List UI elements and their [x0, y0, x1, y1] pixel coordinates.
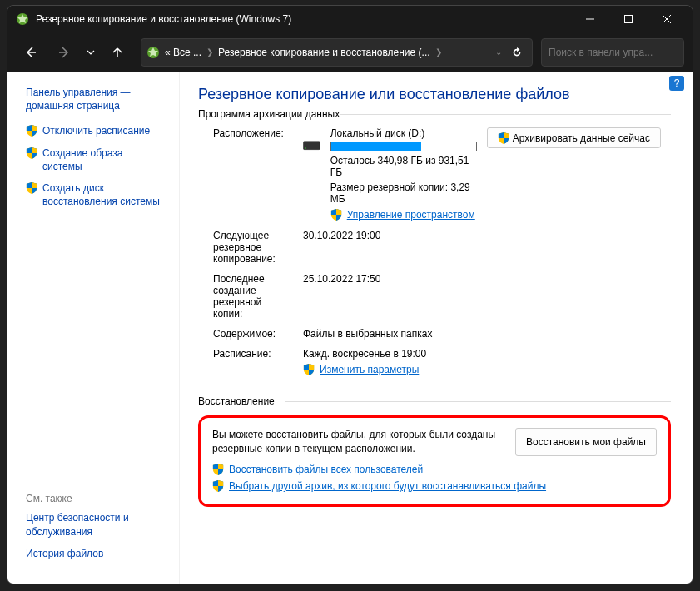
last-backup-label: Последнее создание резервной копии: [213, 273, 293, 320]
shield-icon [498, 132, 509, 144]
chevron-right-icon: ❯ [435, 47, 442, 57]
nav-forward-button[interactable] [49, 37, 79, 67]
security-center-link[interactable]: Центр безопасности и обслуживания [26, 511, 164, 538]
app-icon [16, 12, 29, 26]
help-button[interactable]: ? [669, 76, 684, 91]
restore-highlight-box: Вы можете восстановить файлы, для которы… [198, 415, 671, 507]
restore-my-files-button[interactable]: Восстановить мои файлы [515, 428, 657, 456]
address-bar[interactable]: « Все ... ❯ Резервное копирование и восс… [141, 38, 533, 67]
search-bar[interactable] [541, 38, 684, 67]
schedule-label: Расписание: [213, 348, 293, 360]
backup-size-text: Размер резервной копии: 3,29 МБ [330, 181, 477, 205]
backup-now-button[interactable]: Архивировать данные сейчас [487, 127, 661, 148]
path-segment[interactable]: Резервное копирование и восстановление (… [218, 47, 430, 58]
next-backup-value: 30.10.2022 19:00 [303, 230, 661, 241]
shield-icon [330, 209, 342, 221]
nav-back-button[interactable] [16, 37, 46, 67]
contents-value: Файлы в выбранных папках [303, 328, 661, 340]
disable-schedule-link[interactable]: Отключить расписание [42, 124, 150, 137]
minimize-button[interactable] [571, 6, 609, 32]
refresh-button[interactable] [507, 47, 527, 58]
nav-recent-button[interactable] [82, 37, 99, 67]
search-input[interactable] [549, 47, 677, 58]
create-system-image-link[interactable]: Создание образа системы [42, 147, 164, 173]
restore-group: Восстановление Вы можете восстановить фа… [198, 402, 671, 514]
select-another-backup-link[interactable]: Выбрать другой архив, из которого будут … [229, 479, 546, 493]
shield-icon [26, 125, 37, 137]
backup-group: Программа архивации данных Расположение:… [198, 115, 671, 387]
schedule-value: Кажд. воскресенье в 19:00 [303, 348, 661, 360]
path-icon [146, 46, 160, 59]
restore-group-label: Восстановление [198, 395, 280, 407]
disk-usage-bar [330, 142, 477, 151]
navbar: « Все ... ❯ Резервное копирование и восс… [7, 32, 693, 72]
see-also-label: См. также [26, 493, 164, 504]
window-title: Резервное копирование и восстановление (… [36, 13, 571, 25]
content: ? Панель управления — домашняя страница … [7, 72, 693, 584]
svg-rect-1 [625, 16, 633, 23]
titlebar: Резервное копирование и восстановление (… [7, 6, 693, 32]
path-segment[interactable]: « Все ... [165, 47, 201, 58]
svg-point-4 [305, 147, 306, 149]
nav-up-button[interactable] [102, 37, 132, 67]
backup-group-label: Программа архивации данных [198, 108, 345, 120]
main-panel: Резервное копирование или восстановление… [180, 72, 693, 584]
free-space-text: Осталось 340,98 ГБ из 931,51 ГБ [330, 155, 477, 178]
maximize-button[interactable] [609, 6, 648, 32]
shield-icon [26, 147, 37, 159]
restore-text: Вы можете восстановить файлы, для которы… [212, 428, 499, 456]
shield-icon [212, 464, 224, 475]
chevron-down-icon[interactable]: ⌄ [495, 47, 502, 57]
shield-icon [212, 480, 224, 492]
next-backup-label: Следующее резервное копирование: [213, 230, 293, 265]
drive-icon [303, 129, 320, 159]
window: Резервное копирование и восстановление (… [7, 5, 693, 584]
shield-icon [26, 182, 37, 194]
shield-icon [303, 364, 315, 375]
manage-space-link[interactable]: Управление пространством [347, 208, 475, 221]
close-button[interactable] [648, 6, 686, 32]
restore-all-users-link[interactable]: Восстановить файлы всех пользователей [229, 463, 423, 476]
file-history-link[interactable]: История файлов [26, 547, 164, 560]
last-backup-value: 25.10.2022 17:50 [303, 273, 661, 285]
chevron-right-icon: ❯ [206, 47, 213, 57]
control-panel-home-link[interactable]: Панель управления — домашняя страница [26, 86, 164, 112]
page-heading: Резервное копирование или восстановление… [198, 86, 671, 103]
change-settings-link[interactable]: Изменить параметры [320, 363, 419, 376]
contents-label: Содержимое: [213, 328, 293, 340]
location-disk: Локальный диск (D:) [330, 127, 477, 139]
create-recovery-disc-link[interactable]: Создать диск восстановления системы [42, 181, 164, 208]
location-label: Расположение: [213, 127, 293, 139]
sidebar: Панель управления — домашняя страница От… [7, 72, 180, 584]
